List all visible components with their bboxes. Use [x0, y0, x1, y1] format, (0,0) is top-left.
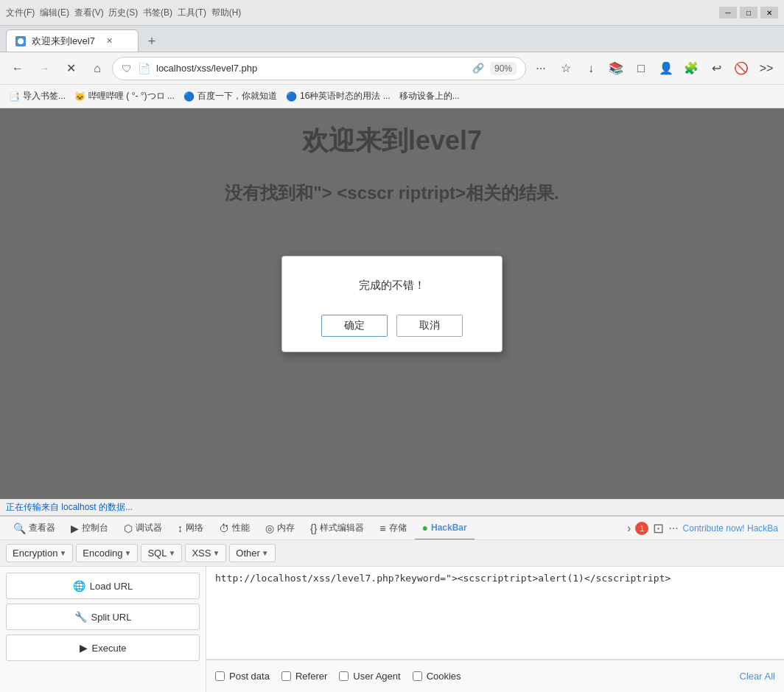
tab-network[interactable]: ↕ 网络: [170, 517, 211, 540]
forward-button[interactable]: →: [32, 57, 56, 80]
tab-performance[interactable]: ⏱ 性能: [211, 517, 258, 540]
reload-button[interactable]: ✕: [59, 57, 83, 80]
load-url-button[interactable]: 🌐 Load URL: [6, 573, 200, 599]
performance-icon: ⏱: [219, 523, 229, 534]
status-bar: 正在传输来自 localhost 的数据...: [0, 499, 784, 515]
tab-hackbar[interactable]: ● HackBar: [415, 517, 475, 540]
alert-dialog: 完成的不错！ 确定 取消: [281, 256, 503, 352]
tab-bar: 欢迎来到level7 ✕ +: [0, 26, 784, 52]
dialog-ok-button[interactable]: 确定: [321, 315, 388, 337]
title-bar-buttons: ─ □ ✕: [719, 7, 778, 18]
encryption-dropdown[interactable]: Encryption ▼: [6, 544, 73, 562]
nav-bar: ← → ✕ ⌂ 🛡 📄 localhost/xss/level7.php 🔗 9…: [0, 52, 784, 85]
user-agent-checkbox[interactable]: [339, 671, 349, 681]
style-editor-icon: {}: [310, 523, 317, 534]
console-icon: ▶: [71, 523, 79, 534]
more-button[interactable]: ···: [529, 57, 553, 80]
hackbar-dot-icon: ●: [422, 522, 428, 534]
cookies-label: Cookies: [427, 671, 461, 682]
user-agent-label: User Agent: [353, 671, 400, 682]
user-agent-checkbox-group[interactable]: User Agent: [339, 671, 400, 682]
page-icon: 📄: [138, 63, 150, 74]
page-content: 欢迎来到level7 没有找到和"> <scscr riptript>相关的结果…: [0, 108, 784, 499]
dialog-cancel-button[interactable]: 取消: [396, 315, 463, 337]
tab-label: 欢迎来到level7: [32, 35, 95, 48]
block-button[interactable]: 🚫: [729, 57, 753, 80]
dialog-message: 完成的不错！: [359, 279, 425, 293]
english-bookmark[interactable]: 🔵 16种英语时态的用法 ...: [286, 90, 391, 102]
tab-memory[interactable]: ◎ 内存: [258, 517, 303, 540]
cookies-checkbox[interactable]: [413, 671, 422, 681]
devtools-panel: 🔍 查看器 ▶ 控制台 ⬡ 调试器 ↕ 网络 ⏱ 性能 ◎ 内存: [0, 515, 784, 692]
dialog-buttons: 确定 取消: [321, 315, 463, 337]
svg-point-0: [18, 38, 24, 44]
browser-window: 文件(F) 编辑(E) 查看(V) 历史(S) 书签(B) 工具(T) 帮助(H…: [0, 0, 784, 692]
back-button[interactable]: ←: [6, 57, 29, 80]
tab-inspector[interactable]: 🔍 查看器: [6, 517, 63, 540]
status-text: 正在传输来自 localhost 的数据...: [6, 501, 133, 514]
url-display: localhost/xss/level7.php: [156, 63, 466, 74]
hackbar-left-panel: 🌐 Load URL 🔧 Split URL ▶ Execute: [0, 567, 206, 692]
error-badge: 1: [635, 522, 648, 535]
xss-arrow-icon: ▼: [212, 549, 220, 557]
cookies-checkbox-group[interactable]: Cookies: [413, 671, 461, 682]
url-input[interactable]: http://localhost/xss/level7.php?keyword=…: [206, 567, 784, 660]
clear-all-button[interactable]: Clear All: [740, 671, 775, 682]
minimize-button[interactable]: ─: [719, 7, 737, 18]
devtools-tabs: 🔍 查看器 ▶ 控制台 ⬡ 调试器 ↕ 网络 ⏱ 性能 ◎ 内存: [0, 517, 784, 540]
new-tab-button[interactable]: +: [141, 31, 162, 52]
maximize-button[interactable]: □: [740, 7, 757, 18]
tab-close-button[interactable]: ✕: [104, 35, 116, 47]
address-bar[interactable]: 🛡 📄 localhost/xss/level7.php 🔗 90%: [112, 57, 526, 80]
encoding-dropdown[interactable]: Encoding ▼: [76, 544, 138, 562]
split-url-button[interactable]: 🔧 Split URL: [6, 604, 200, 630]
devtools-expand-button[interactable]: ⊡: [653, 520, 664, 537]
memory-icon: ◎: [265, 523, 274, 534]
home-button[interactable]: ⌂: [85, 57, 109, 80]
network-icon: ↕: [178, 523, 183, 534]
bookmarks-bar: 📑 导入书签... 🐱 哔哩哔哩 ( °- °)つロ ... 🔵 百度一下，你就…: [0, 85, 784, 108]
inspector-icon: 🔍: [13, 523, 26, 534]
bilibili-bookmark[interactable]: 🐱 哔哩哔哩 ( °- °)つロ ...: [74, 90, 175, 102]
profile-button[interactable]: 👤: [654, 57, 678, 80]
devtools-right-controls: › 1 ⊡ ··· Contribute now! HackBa: [627, 520, 778, 537]
tab-style-editor[interactable]: {} 样式编辑器: [303, 517, 372, 540]
other-dropdown[interactable]: Other ▼: [229, 544, 275, 562]
sql-dropdown[interactable]: SQL ▼: [141, 544, 182, 562]
storage-icon: ≡: [379, 523, 385, 534]
tab-debugger[interactable]: ⬡ 调试器: [116, 517, 170, 540]
import-bookmarks[interactable]: 📑 导入书签...: [9, 90, 66, 102]
tab-storage[interactable]: ≡ 存储: [372, 517, 414, 540]
hackbar-toolbar: Encryption ▼ Encoding ▼ SQL ▼ XSS ▼ Othe…: [0, 540, 784, 567]
star-button[interactable]: ☆: [554, 57, 578, 80]
post-data-label: Post data: [229, 671, 270, 682]
referer-label: Referer: [295, 671, 327, 682]
encoding-arrow-icon: ▼: [125, 549, 132, 557]
tab-console[interactable]: ▶ 控制台: [63, 517, 116, 540]
load-url-icon: 🌐: [73, 580, 85, 592]
execute-button[interactable]: ▶ Execute: [6, 635, 200, 661]
post-data-checkbox[interactable]: [215, 671, 225, 681]
expand-button[interactable]: >>: [755, 57, 778, 80]
container-button[interactable]: □: [629, 57, 653, 80]
devtools-more-icon[interactable]: ›: [627, 522, 631, 535]
browser-tab[interactable]: 欢迎来到level7 ✕: [6, 29, 139, 52]
baidu-bookmark[interactable]: 🔵 百度一下，你就知道: [183, 90, 277, 102]
referer-checkbox[interactable]: [281, 671, 291, 681]
undo-button[interactable]: ↩: [704, 57, 728, 80]
mobile-bookmark[interactable]: 移动设备上的...: [399, 90, 460, 102]
encryption-arrow-icon: ▼: [59, 549, 66, 557]
close-button[interactable]: ✕: [760, 7, 778, 18]
download-button[interactable]: ↓: [579, 57, 603, 80]
zoom-level: 90%: [490, 62, 517, 75]
referer-checkbox-group[interactable]: Referer: [281, 671, 327, 682]
title-bar: 文件(F) 编辑(E) 查看(V) 历史(S) 书签(B) 工具(T) 帮助(H…: [0, 0, 784, 26]
library-button[interactable]: 📚: [604, 57, 628, 80]
other-arrow-icon: ▼: [262, 549, 269, 557]
devtools-options-button[interactable]: ···: [668, 522, 678, 535]
contribute-link[interactable]: Contribute now! HackBa: [683, 523, 778, 534]
post-data-checkbox-group[interactable]: Post data: [215, 671, 270, 682]
dialog-overlay: 完成的不错！ 确定 取消: [0, 108, 784, 499]
xss-dropdown[interactable]: XSS ▼: [185, 544, 226, 562]
extensions-button[interactable]: 🧩: [679, 57, 703, 80]
